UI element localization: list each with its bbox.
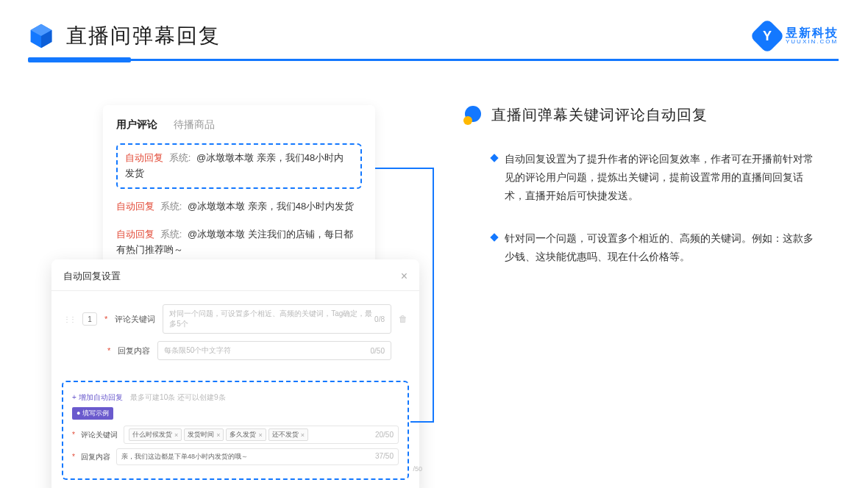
tag-chip[interactable]: 发货时间× <box>184 428 224 441</box>
bullet-item: 针对同一个问题，可设置多个相近的、高频的关键词。例如：这款多少钱、这块能优惠吗、… <box>463 229 839 266</box>
example-content-input[interactable]: 亲，我们这边都是下单48小时内发货的哦～ 37/50 <box>116 448 399 465</box>
comment-row-highlighted: 自动回复 系统: @冰墩墩本墩 亲亲，我们48小时内发货 <box>116 143 362 189</box>
connector-line <box>375 168 434 169</box>
tab-pending-products[interactable]: 待播商品 <box>174 118 215 132</box>
bullet-text: 针对同一个问题，可设置多个相近的、高频的关键词。例如：这款多少钱、这块能优惠吗、… <box>505 229 821 266</box>
system-tag: 系统: <box>169 152 191 163</box>
comment-row: 自动回复 系统: @冰墩墩本墩 关注我们的店铺，每日都有热门推荐哟～ <box>116 224 362 261</box>
example-keyword-row: * 评论关键词 什么时候发货× 发货时间× 多久发货× 还不发货× 20/50 <box>72 426 399 444</box>
diamond-bullet-icon <box>490 233 498 241</box>
description-column: 直播间弹幕关键词评论自动回复 自动回复设置为了提升作者的评论回复效率，作者可在开… <box>463 98 839 290</box>
chat-bubble-icon <box>463 106 483 125</box>
keyword-label: 评论关键词 <box>115 314 155 325</box>
header-divider <box>28 59 839 61</box>
connector-line <box>410 421 434 423</box>
example-tags-input[interactable]: 什么时候发货× 发货时间× 多久发货× 还不发货× 20/50 <box>124 426 399 444</box>
bullet-text: 自动回复设置为了提升作者的评论回复效率，作者可在开播前针对常见的评论用户问题，提… <box>505 150 821 206</box>
tab-user-comments[interactable]: 用户评论 <box>116 118 157 132</box>
add-auto-reply-link[interactable]: + 增加自动回复 <box>72 393 123 401</box>
page-title: 直播间弹幕回复 <box>66 22 221 50</box>
tag-chip[interactable]: 什么时候发货× <box>129 428 182 441</box>
auto-reply-tag: 自动回复 <box>125 152 163 163</box>
section-title: 直播间弹幕关键词评论自动回复 <box>491 105 708 125</box>
example-content-row: * 回复内容 亲，我们这边都是下单48小时内发货的哦～ 37/50 <box>72 448 399 465</box>
cube-logo-icon <box>28 23 54 49</box>
tag-chip[interactable]: 还不发货× <box>268 428 308 441</box>
brand-name-en: YUUXIN.COM <box>786 39 839 45</box>
diamond-bullet-icon <box>490 154 498 162</box>
add-hint-text: 最多可建10条 还可以创建9条 <box>130 393 225 401</box>
brand-name-cn: 昱新科技 <box>786 27 839 39</box>
modal-title: 自动回复设置 <box>63 270 121 283</box>
page-header: 直播间弹幕回复 昱新科技 YUUXIN.COM <box>0 0 868 50</box>
keyword-form-row: ⋮⋮ 1 * 评论关键词 对同一个问题，可设置多个相近、高频的关键词，Tag确定… <box>63 304 408 334</box>
keyword-input[interactable]: 对同一个问题，可设置多个相近、高频的关键词，Tag确定，最多5个 0/8 <box>163 304 391 334</box>
content-form-row: * 回复内容 每条限50个中文字符 0/50 <box>63 341 408 360</box>
screenshot-illustration: 用户评论 待播商品 自动回复 系统: @冰墩墩本墩 亲亲，我们48小时内发货 自… <box>51 98 419 290</box>
tag-chip[interactable]: 多久发货× <box>226 428 266 441</box>
drag-handle-icon[interactable]: ⋮⋮ <box>63 315 75 323</box>
brand-logo: 昱新科技 YUUXIN.COM <box>755 24 839 49</box>
required-star: * <box>104 315 107 323</box>
delete-icon[interactable]: 🗑 <box>399 314 408 324</box>
example-highlight-block: + 增加自动回复 最多可建10条 还可以创建9条 ● 填写示例 * 评论关键词 … <box>62 381 409 480</box>
close-icon[interactable]: × <box>401 270 408 283</box>
auto-reply-settings-modal: 自动回复设置 × ⋮⋮ 1 * 评论关键词 对同一个问题，可设置多个相近、高频的… <box>51 259 419 488</box>
index-number: 1 <box>82 312 97 326</box>
bullet-item: 自动回复设置为了提升作者的评论回复效率，作者可在开播前针对常见的评论用户问题，提… <box>463 150 839 206</box>
content-input[interactable]: 每条限50个中文字符 0/50 <box>157 341 391 360</box>
brand-y-icon <box>750 18 785 54</box>
connector-line <box>433 168 434 421</box>
section-heading: 直播间弹幕关键词评论自动回复 <box>463 105 839 125</box>
comment-row: 自动回复 系统: @冰墩墩本墩 亲亲，我们48小时内发货 <box>116 196 362 218</box>
example-badge: ● 填写示例 <box>72 407 113 420</box>
outer-counter: /50 <box>413 465 422 473</box>
content-label: 回复内容 <box>118 345 150 356</box>
